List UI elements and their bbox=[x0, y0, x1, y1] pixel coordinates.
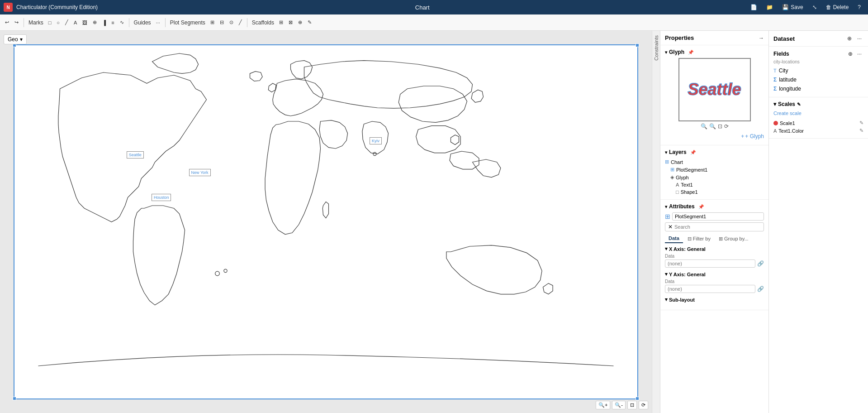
scaffolds-btn3[interactable]: ⊕ bbox=[296, 18, 304, 27]
properties-close-button[interactable]: → bbox=[759, 35, 764, 41]
titlebar-center: Chart bbox=[98, 4, 747, 11]
field-city[interactable]: T City bbox=[773, 66, 863, 75]
x-axis-link-button[interactable]: 🔗 bbox=[757, 260, 764, 267]
city-marker-seattle[interactable]: Seattle bbox=[127, 151, 144, 158]
resize-button[interactable]: ⤡ bbox=[809, 3, 821, 11]
open-file-button[interactable]: 📁 bbox=[763, 3, 777, 11]
glyph-zoom-fit[interactable]: ⊡ bbox=[718, 123, 722, 130]
field-latitude-icon: Σ bbox=[773, 77, 777, 83]
field-latitude[interactable]: Σ latitude bbox=[773, 75, 863, 84]
group-icon: ⊞ bbox=[719, 236, 723, 242]
scale2-edit-button[interactable]: ✎ bbox=[859, 128, 863, 134]
city-marker-kyiv[interactable]: Kyiv bbox=[370, 137, 382, 144]
scaffolds-btn1[interactable]: ⊞ bbox=[277, 18, 285, 27]
scale-item-1[interactable]: Scale1 ✎ bbox=[773, 119, 863, 127]
save-button[interactable]: 💾 Save bbox=[778, 3, 806, 11]
city-marker-newyork[interactable]: New York bbox=[189, 169, 211, 176]
x-axis-input-row: 🔗 bbox=[665, 259, 764, 268]
new-file-icon: 📄 bbox=[750, 4, 757, 10]
fields-action-btn1[interactable]: ⊕ bbox=[846, 50, 854, 58]
scaffolds-btn4[interactable]: ✎ bbox=[305, 18, 314, 27]
fields-actions: ⊕ ··· bbox=[846, 50, 863, 58]
layer-shape1-eye-button[interactable]: 👁 bbox=[754, 190, 759, 195]
undo-button[interactable]: ↩ bbox=[3, 18, 11, 27]
scale2-type-icon: A bbox=[773, 128, 777, 134]
glyph-zoom-reset[interactable]: ⟳ bbox=[724, 123, 729, 130]
attributes-pin-icon: 📌 bbox=[698, 204, 704, 209]
data-tab-data[interactable]: Data bbox=[665, 234, 683, 243]
geo-dropdown[interactable]: Geo ▾ bbox=[4, 34, 27, 44]
chart-canvas[interactable]: Seattle New York Houston Kyiv bbox=[14, 44, 638, 399]
plot-seg-circle-button[interactable]: ⊙ bbox=[227, 18, 236, 27]
layer-text1[interactable]: A Text1 👁 🗑 bbox=[665, 181, 764, 188]
y-axis-chevron: ▾ bbox=[665, 271, 668, 277]
marks-line-button[interactable]: ╱ bbox=[63, 18, 71, 27]
marks-rect-button[interactable]: □ bbox=[46, 19, 54, 27]
zoom-reset-button[interactable]: ⟳ bbox=[639, 401, 648, 409]
y-axis-data-input[interactable] bbox=[665, 285, 755, 293]
y-axis-data-label: Data bbox=[665, 279, 764, 284]
y-axis-link-button[interactable]: 🔗 bbox=[757, 286, 764, 292]
filter-icon: ⊟ bbox=[688, 236, 692, 242]
plot-seg-line-button[interactable]: ╱ bbox=[237, 18, 244, 27]
data-tab-group[interactable]: ⊞ Group by... bbox=[715, 234, 752, 243]
city-marker-houston[interactable]: Houston bbox=[152, 194, 171, 201]
redo-button[interactable]: ↪ bbox=[12, 18, 21, 27]
resize-icon: ⤡ bbox=[812, 4, 817, 10]
delete-button[interactable]: 🗑 Delete bbox=[822, 3, 853, 11]
search-input[interactable] bbox=[674, 224, 761, 230]
data-tab-data-label: Data bbox=[669, 235, 679, 241]
glyph-preview-text: Seattle bbox=[688, 80, 741, 99]
attributes-chevron-icon: ▾ bbox=[665, 204, 667, 209]
zoom-fit-button[interactable]: ⊡ bbox=[627, 401, 637, 409]
scale-item-2[interactable]: A Text1.Color ✎ bbox=[773, 127, 863, 134]
glyph-preview: Seattle bbox=[678, 58, 751, 121]
layer-trash-button[interactable]: 🗑 bbox=[759, 167, 764, 172]
layer-text1-trash-button[interactable]: 🗑 bbox=[759, 182, 764, 187]
guides-btn1[interactable]: ··· bbox=[154, 19, 162, 27]
data-tab-filter[interactable]: ⊟ Filter by bbox=[684, 234, 714, 243]
add-glyph-button[interactable]: + + Glyph bbox=[741, 131, 764, 141]
zoom-in-button[interactable]: 🔍+ bbox=[596, 401, 610, 409]
layer-shape1[interactable]: □ Shape1 👁 🗑 bbox=[665, 188, 764, 196]
field-longitude[interactable]: Σ longitude bbox=[773, 84, 863, 93]
add-glyph-icon: + bbox=[741, 133, 744, 139]
layer-chart[interactable]: ⊞ Chart bbox=[665, 158, 764, 166]
dataset-action-btn2[interactable]: ··· bbox=[855, 34, 863, 43]
help-button[interactable]: ? bbox=[854, 3, 864, 11]
marks-list-button[interactable]: ≡ bbox=[109, 19, 116, 27]
marks-ellipse-button[interactable]: ○ bbox=[54, 19, 62, 27]
x-axis-data-input[interactable] bbox=[665, 259, 755, 268]
fields-action-btn2[interactable]: ··· bbox=[855, 50, 863, 58]
layer-eye-button[interactable]: 👁 bbox=[754, 167, 759, 172]
sub-layout-section: ▾ Sub-layout bbox=[665, 297, 764, 303]
layer-glyph[interactable]: ◈ Glyph 👁 🗑 bbox=[665, 173, 764, 181]
layer-plotsegment1[interactable]: ⊞ PlotSegment1 👁 🗑 bbox=[665, 166, 764, 173]
glyph-zoom-out[interactable]: 🔍 bbox=[709, 123, 716, 130]
constraints-tab[interactable]: Constraints bbox=[652, 31, 660, 413]
dataset-action-btn1[interactable]: ⊕ bbox=[845, 34, 854, 43]
marks-bar-button[interactable]: ▐ bbox=[100, 19, 108, 27]
dataset-title: Dataset bbox=[773, 35, 795, 42]
scale1-edit-button[interactable]: ✎ bbox=[859, 120, 863, 126]
new-file-button[interactable]: 📄 bbox=[747, 3, 761, 11]
marks-text-button[interactable]: A bbox=[71, 19, 79, 27]
plot-segment-name-input[interactable] bbox=[672, 212, 764, 221]
layer-shape1-trash-button[interactable]: 🗑 bbox=[759, 190, 764, 195]
marks-curve-button[interactable]: ∿ bbox=[118, 18, 126, 27]
layer-text1-eye-button[interactable]: 👁 bbox=[754, 182, 759, 187]
layer-glyph-eye-button[interactable]: 👁 bbox=[754, 175, 759, 180]
plot-seg-stack-button[interactable]: ⊟ bbox=[218, 18, 226, 27]
houston-label: Houston bbox=[154, 195, 169, 200]
layer-glyph-trash-button[interactable]: 🗑 bbox=[759, 175, 764, 180]
marks-anchor-button[interactable]: ⊕ bbox=[90, 18, 99, 27]
create-scale-button[interactable]: Create scale bbox=[773, 110, 802, 116]
marks-image-button[interactable]: 🖼 bbox=[80, 19, 90, 27]
y-axis-section: ▾ Y Axis: General Data 🔗 bbox=[665, 271, 764, 293]
glyph-zoom-in[interactable]: 🔍 bbox=[701, 123, 707, 130]
zoom-out-button[interactable]: 🔍- bbox=[612, 401, 626, 409]
plot-seg-grid-button[interactable]: ⊞ bbox=[208, 18, 217, 27]
scaffolds-btn2[interactable]: ⊠ bbox=[286, 18, 295, 27]
sub-layout-chevron: ▾ bbox=[665, 297, 668, 303]
scales-title-row: ▾ Scales ✎ bbox=[773, 101, 863, 107]
